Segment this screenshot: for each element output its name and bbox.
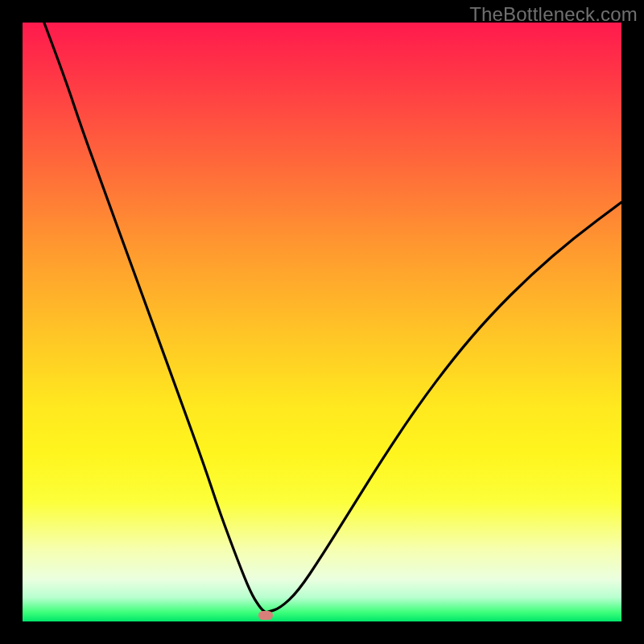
bottleneck-curve bbox=[44, 23, 621, 613]
curve-svg bbox=[23, 23, 621, 621]
minimum-marker bbox=[258, 611, 273, 620]
plot-area bbox=[23, 23, 621, 621]
chart-frame: TheBottleneck.com bbox=[0, 0, 644, 644]
